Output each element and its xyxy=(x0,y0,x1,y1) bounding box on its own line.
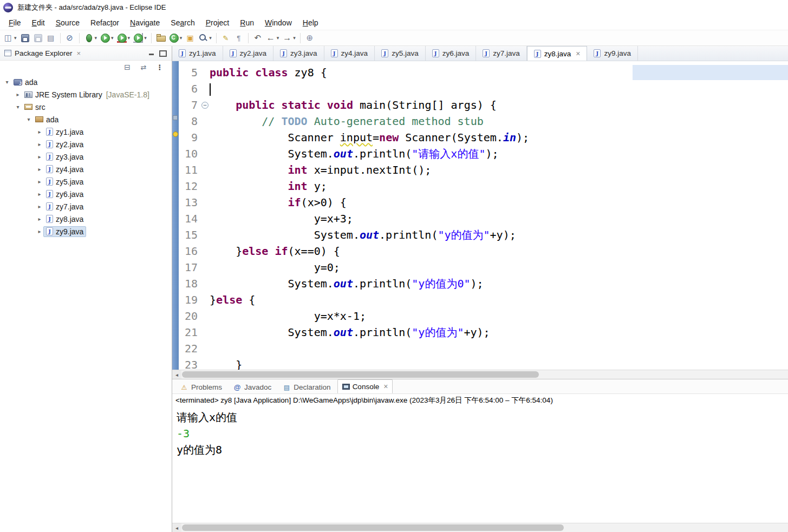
code-line[interactable]: y=x+3; xyxy=(210,211,788,227)
open-task-button[interactable] xyxy=(184,31,196,44)
dropdown-caret-icon[interactable]: ▾ xyxy=(128,35,131,41)
scroll-left-icon[interactable]: ◂ xyxy=(172,370,181,379)
tree-item-box[interactable]: zy2.java xyxy=(43,139,86,150)
menu-navigate[interactable]: Navigate xyxy=(125,16,165,29)
new-java-project-button[interactable] xyxy=(155,31,167,44)
line-number[interactable]: 21 xyxy=(179,324,200,340)
line-number[interactable]: 17 xyxy=(179,259,200,275)
console-hscrollbar[interactable]: ◂ xyxy=(172,523,788,532)
chevron-right-icon[interactable]: ▸ xyxy=(36,203,43,209)
collapse-all-icon[interactable] xyxy=(123,63,132,71)
tree-item-box[interactable]: zy9.java xyxy=(43,226,86,237)
code-line[interactable]: Scanner input=new Scanner(System.in); xyxy=(210,129,788,146)
minimize-view-button[interactable] xyxy=(147,49,155,57)
code-line[interactable]: y=0; xyxy=(210,259,788,275)
close-tab-icon[interactable]: × xyxy=(576,49,580,58)
tree-item-box[interactable]: zy1.java xyxy=(43,127,86,137)
tree-item-box[interactable]: JRE System Library [JavaSE-1.8] xyxy=(22,89,152,100)
code-line[interactable] xyxy=(210,81,788,97)
new-wizard-button[interactable]: ▾ xyxy=(2,31,18,44)
tree-item-box[interactable]: zy7.java xyxy=(43,201,86,212)
line-number[interactable]: 20 xyxy=(179,308,200,324)
chevron-right-icon[interactable]: ▸ xyxy=(36,191,43,197)
tree-item-box[interactable]: ada xyxy=(11,77,40,88)
tree-item-box[interactable]: zy3.java xyxy=(43,152,86,162)
maximize-view-button[interactable] xyxy=(159,49,167,57)
code-line[interactable]: y=x*x-1; xyxy=(210,308,788,324)
chevron-right-icon[interactable]: ▸ xyxy=(36,179,43,185)
view-menu-icon[interactable] xyxy=(155,63,164,71)
menu-run[interactable]: Run xyxy=(235,16,259,29)
code-line[interactable] xyxy=(210,340,788,357)
code-area[interactable]: public class zy8 { public static void ma… xyxy=(210,61,788,370)
dropdown-caret-icon[interactable]: ▾ xyxy=(111,35,114,41)
line-number[interactable]: 22 xyxy=(179,340,200,357)
menu-window[interactable]: Window xyxy=(259,16,297,29)
skip-all-breakpoints-button[interactable] xyxy=(64,31,76,44)
console-tab-console[interactable]: Console× xyxy=(337,379,393,393)
toggle-mark-occurrences-button[interactable] xyxy=(220,31,232,44)
tree-item-zy8-java[interactable]: ▸zy8.java xyxy=(0,213,172,225)
info-marker-icon[interactable] xyxy=(173,115,178,120)
print-button[interactable] xyxy=(45,31,57,44)
menu-refactor[interactable]: Refactor xyxy=(85,16,125,29)
code-line[interactable]: int y; xyxy=(210,178,788,194)
tree-item-src[interactable]: ▾src xyxy=(0,101,172,113)
scroll-left-icon[interactable]: ◂ xyxy=(172,523,181,532)
editor-tab-zy2-java[interactable]: zy2.java xyxy=(223,46,274,61)
menu-file[interactable]: File xyxy=(3,16,27,29)
console-tab-javadoc[interactable]: Javadoc xyxy=(229,381,276,393)
editor-tab-zy3-java[interactable]: zy3.java xyxy=(273,46,324,61)
tree-item-zy2-java[interactable]: ▸zy2.java xyxy=(0,138,172,150)
code-line[interactable]: int x=input.nextInt(); xyxy=(210,162,788,178)
new-java-class-button[interactable]: ▾ xyxy=(168,31,184,44)
dropdown-caret-icon[interactable]: ▾ xyxy=(209,35,212,41)
tree-item-jre-system-library[interactable]: ▸JRE System Library [JavaSE-1.8] xyxy=(0,88,172,101)
tree-item-zy9-java[interactable]: ▸zy9.java xyxy=(0,225,172,238)
chevron-right-icon[interactable]: ▸ xyxy=(14,91,22,97)
menu-source[interactable]: Source xyxy=(50,16,85,29)
tree-item-box[interactable]: src xyxy=(22,102,48,113)
console-scrollbar-thumb[interactable] xyxy=(182,524,564,531)
editor-tab-zy5-java[interactable]: zy5.java xyxy=(375,46,426,61)
line-number[interactable]: 14 xyxy=(179,211,200,227)
chevron-down-icon[interactable]: ▾ xyxy=(25,116,32,122)
line-number[interactable]: 9 xyxy=(179,129,200,146)
tree-item-ada[interactable]: ▾ada xyxy=(0,113,172,126)
last-edit-location-button[interactable] xyxy=(252,31,264,44)
tree-item-box[interactable]: ada xyxy=(32,114,61,125)
close-tab-icon[interactable]: × xyxy=(383,382,388,391)
chevron-right-icon[interactable]: ▸ xyxy=(36,228,43,234)
tree-item-box[interactable]: zy5.java xyxy=(43,176,86,187)
forward-button[interactable]: ▾ xyxy=(281,31,297,44)
code-line[interactable]: }else { xyxy=(210,292,788,308)
tree-item-zy7-java[interactable]: ▸zy7.java xyxy=(0,200,172,213)
chevron-down-icon[interactable]: ▾ xyxy=(14,104,22,110)
run-button[interactable]: ▾ xyxy=(99,31,115,44)
line-number[interactable]: 5 xyxy=(179,64,200,81)
editor-tab-zy9-java[interactable]: zy9.java xyxy=(587,46,638,61)
line-number[interactable]: 8 xyxy=(179,113,200,129)
console-output[interactable]: 请输入x的值-3y的值为8 xyxy=(172,407,788,523)
save-button[interactable] xyxy=(19,31,31,44)
code-line[interactable]: }else if(x==0) { xyxy=(210,243,788,259)
line-number[interactable]: 19 xyxy=(179,292,200,308)
line-number[interactable]: 15 xyxy=(179,227,200,243)
menu-project[interactable]: Project xyxy=(200,16,235,29)
line-number[interactable]: 6 xyxy=(179,81,200,97)
chevron-right-icon[interactable]: ▸ xyxy=(36,216,43,222)
tree-item-zy3-java[interactable]: ▸zy3.java xyxy=(0,150,172,163)
run-external-tools-button[interactable]: ▾ xyxy=(132,31,148,44)
editor-tab-zy8-java[interactable]: zy8.java× xyxy=(527,46,588,61)
line-number[interactable]: 12 xyxy=(179,178,200,194)
tree-item-ada[interactable]: ▾ada xyxy=(0,76,172,88)
code-line[interactable]: System.out.println("y的值为"+y); xyxy=(210,324,788,340)
editor-tab-zy4-java[interactable]: zy4.java xyxy=(324,46,375,61)
tree-item-zy6-java[interactable]: ▸zy6.java xyxy=(0,188,172,200)
warning-marker-icon[interactable] xyxy=(173,132,178,137)
pin-editor-button[interactable] xyxy=(304,31,316,44)
close-view-icon[interactable]: × xyxy=(77,49,81,57)
dropdown-caret-icon[interactable]: ▾ xyxy=(144,35,147,41)
chevron-right-icon[interactable]: ▸ xyxy=(36,166,43,172)
tree-item-zy5-java[interactable]: ▸zy5.java xyxy=(0,175,172,188)
